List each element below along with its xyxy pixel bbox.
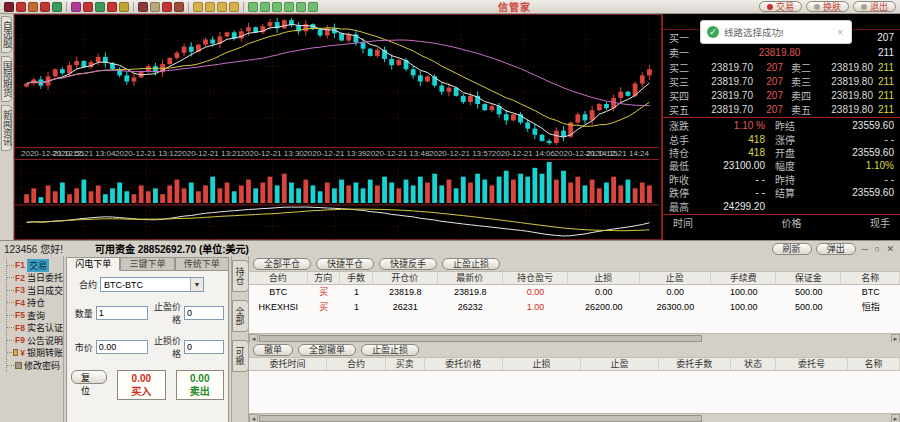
side-tab-1[interactable]: 持仓 [232, 260, 249, 292]
orders-button-1[interactable]: 撤单 [253, 344, 293, 356]
orders-button-3[interactable]: 止盈止损 [361, 344, 419, 356]
bell-icon[interactable] [16, 2, 26, 12]
depth-row-5[interactable]: 买五23819.70207卖五23819.80211 [663, 102, 900, 116]
sidebar-item-F8[interactable]: F8实名认证 [7, 322, 63, 335]
sidebar-item-¥[interactable]: ¥银期转账 [7, 347, 63, 360]
sl-input[interactable] [184, 340, 224, 354]
order-tab-3[interactable]: 传统下单 [175, 257, 229, 271]
folder-3-icon[interactable] [217, 2, 227, 12]
chart-tab-3[interactable]: 新闻资讯 [1, 105, 12, 151]
column-header: 最新价 [438, 272, 503, 284]
refresh-button[interactable]: 刷新 [772, 243, 812, 255]
stat-value: 1.10% [801, 160, 894, 171]
level-label: 卖一 [669, 45, 703, 60]
zoom-in-icon[interactable] [83, 2, 93, 12]
order-tab-1[interactable]: 闪电下单 [66, 257, 120, 271]
panel-1-icon[interactable] [248, 2, 258, 12]
tree-key: F3 [15, 285, 25, 295]
table-row[interactable]: BTC买123819.823819.80.000.000.00100.00500… [249, 285, 900, 300]
sidebar-item-F9[interactable]: F9公告说明 [7, 334, 63, 347]
topbar-button-3[interactable]: 退出 [853, 1, 896, 12]
topbar-button-1[interactable]: 交易 [759, 1, 802, 12]
positions-button-3[interactable]: 快捷反手 [379, 258, 437, 270]
scroll-right-icon[interactable]: ► [891, 414, 900, 422]
scroll-thumb[interactable] [259, 415, 702, 422]
depth-row-2[interactable]: 买二23819.70207卖二23819.80211 [663, 60, 900, 74]
svg-text:2020-12-21 13:39: 2020-12-21 13:39 [303, 149, 367, 158]
reset-button[interactable]: 复位 [71, 370, 107, 384]
topbar-button-2[interactable]: 换肤 [806, 1, 849, 12]
level-volume: 207 [856, 32, 894, 43]
positions-button-4[interactable]: 止盈止损 [442, 258, 500, 270]
home-icon[interactable] [174, 2, 184, 12]
candlestick-chart: 2020-12-21 12:552020-12-21 13:042020-12-… [14, 14, 662, 240]
depth-row-4[interactable]: 买四23819.70207卖四23819.80211 [663, 88, 900, 102]
buy-button[interactable]: 0.00 买入 [117, 370, 165, 400]
price-input[interactable] [96, 340, 148, 354]
chart-tab-2[interactable]: 国际期货 [1, 56, 12, 102]
cell: 1 [340, 300, 373, 315]
clipboard-icon[interactable] [150, 2, 160, 12]
gear-icon[interactable] [28, 2, 38, 12]
topbar-button-label: 交易 [776, 0, 794, 13]
table-row[interactable]: HKEXHSI买126231262321.0026200.0026300.001… [249, 300, 900, 315]
folder-2-icon[interactable] [205, 2, 215, 12]
positions-hscrollbar[interactable]: ◄ ► [249, 333, 900, 342]
side-tab-2[interactable]: 全部 [232, 300, 249, 332]
panel-5-icon[interactable] [296, 2, 306, 12]
toast-close-icon[interactable]: × [835, 27, 845, 38]
diamond-icon[interactable] [4, 2, 14, 12]
pen-yellow-icon[interactable] [119, 2, 129, 12]
bid-label: 买二 [669, 60, 695, 75]
sidebar-item-F3[interactable]: F3当日成交 [7, 284, 63, 297]
zoom-out-icon[interactable] [71, 2, 81, 12]
panel-3-icon[interactable] [272, 2, 282, 12]
tp-input[interactable] [184, 306, 224, 320]
qty-input[interactable] [96, 306, 148, 320]
level-label: 买一 [669, 30, 703, 45]
sidebar-item-F2[interactable]: F2当日委托 [7, 272, 63, 285]
clock-icon[interactable] [40, 2, 50, 12]
folder-4-icon[interactable] [229, 2, 239, 12]
sell-button[interactable]: 0.00 卖出 [176, 370, 224, 400]
scroll-left-icon[interactable]: ◄ [249, 414, 258, 422]
chart-tab-1[interactable]: 自选股 [1, 16, 12, 53]
sidebar-item-lock-icon[interactable]: 修改密码 [7, 359, 63, 372]
filter-icon[interactable] [138, 2, 148, 12]
tape-header-price: 价格 [733, 215, 850, 230]
cut-icon[interactable] [162, 2, 172, 12]
contract-select[interactable]: BTC-BTC ▼ [100, 277, 204, 292]
window-controls[interactable]: ─ ○ ✕ [862, 244, 896, 254]
sidebar-item-F1[interactable]: F1交易 [7, 259, 63, 272]
panel-2-icon[interactable] [260, 2, 270, 12]
contract-label: 合约 [71, 278, 97, 291]
column-header: 止盈 [640, 272, 712, 284]
popout-button[interactable]: 弹出 [816, 243, 856, 255]
scroll-thumb[interactable] [259, 335, 702, 342]
positions-button-2[interactable]: 快捷平仓 [316, 258, 374, 270]
order-tab-2[interactable]: 三键下单 [120, 257, 174, 271]
chart-icon[interactable] [95, 2, 105, 12]
tree-label: 银期转账 [27, 346, 63, 359]
depth-row-3[interactable]: 买三23819.70207卖三23819.80211 [663, 74, 900, 88]
panel-4-icon[interactable] [284, 2, 294, 12]
sidebar-item-F4[interactable]: F4持仓 [7, 297, 63, 310]
orders-button-2[interactable]: 全部撤单 [298, 344, 356, 356]
stat-row: 总手418涨停- - [663, 132, 900, 145]
svg-text:2020-12-21 13:12: 2020-12-21 13:12 [115, 149, 179, 158]
positions-button-1[interactable]: 全部平仓 [253, 258, 311, 270]
stat-row: 最高24299.20 [663, 199, 900, 212]
ask-1-row[interactable]: 卖一23819.80211 [663, 45, 900, 60]
orders-hscrollbar[interactable]: ◄ ► [249, 413, 900, 422]
side-tab-3[interactable]: 可撤 [232, 340, 249, 372]
main-area: 自选股国际期货新闻资讯 2020-12-21 12:552020-12-21 1… [0, 14, 900, 240]
stat-row: 昨收- -昨持- - [663, 173, 900, 186]
ask-volume: 211 [873, 90, 894, 101]
ask-price: 23819.80 [819, 104, 873, 115]
sidebar-item-F5[interactable]: F5查询 [7, 309, 63, 322]
pen-red-icon[interactable] [107, 2, 117, 12]
panel-6-icon[interactable] [308, 2, 318, 12]
folder-1-icon[interactable] [193, 2, 203, 12]
flag-icon[interactable] [52, 2, 62, 12]
tree-label: 查询 [27, 309, 45, 322]
